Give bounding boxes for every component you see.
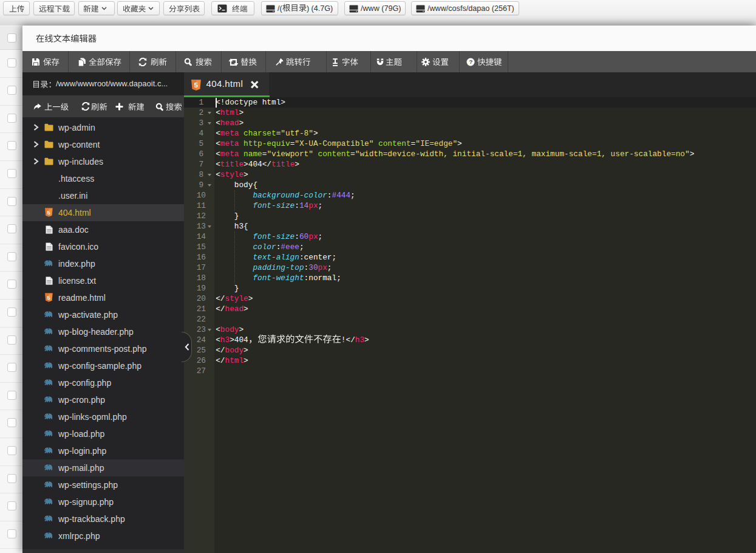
svg-text:5: 5 [47, 295, 50, 301]
svg-text:?: ? [469, 58, 472, 65]
svg-text:5: 5 [194, 81, 198, 89]
svg-text:5: 5 [47, 210, 50, 216]
